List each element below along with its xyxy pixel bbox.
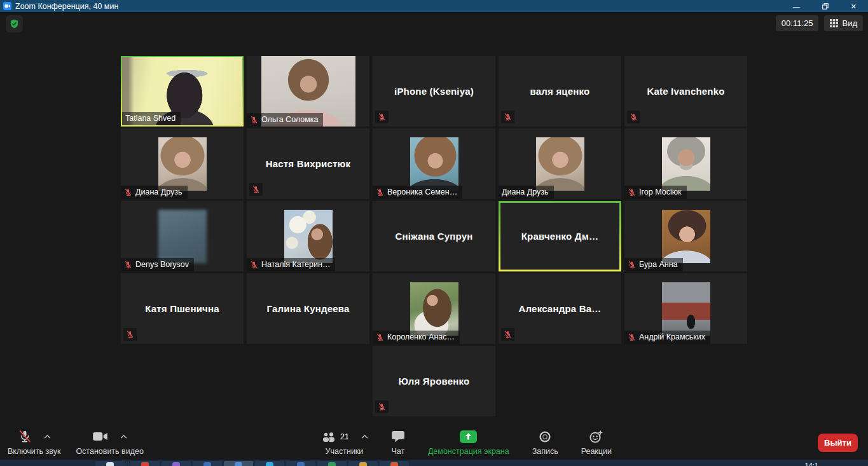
grid-view-icon [830,19,838,27]
zoom-logo-icon [3,2,11,10]
participant-name: Галина Кундеева [247,273,369,344]
participant-avatar-photo [662,137,710,191]
participants-caret[interactable] [361,434,368,439]
taskbar-separator [127,462,128,466]
participant-avatar-photo [410,282,458,336]
participant-name-label: Короленко Анас… [373,331,460,344]
participant-tile[interactable]: Настя Вихристюк [247,128,369,199]
participant-name-label: Бура Анна [624,258,683,271]
reactions-label: Реакции [581,447,612,456]
participant-tile[interactable]: Кравченко Дм… [499,201,621,271]
participant-tile[interactable]: Бура Анна [624,201,747,271]
taskbar-app-icon [390,462,398,466]
muted-mic-icon [376,333,384,341]
unmute-button[interactable]: Включить звук [5,425,63,460]
taskbar-app-icon [141,462,149,466]
participant-name: Сніжана Супрун [373,201,495,271]
taskbar-app[interactable] [380,461,409,466]
chat-button[interactable]: Чат [389,425,408,460]
taskbar-app[interactable] [348,461,378,466]
participant-tile[interactable]: Вероника Семен… [373,128,495,199]
participant-tile[interactable]: Короленко Анас… [373,273,495,344]
participant-tile[interactable]: Наталія Катерин… [247,201,369,271]
participant-name: Бура Анна [639,260,678,269]
taskbar-app-icon [266,462,273,466]
participant-name: Kate Ivanchenko [624,56,747,127]
participant-avatar-photo [410,137,458,191]
muted-mic-icon [375,401,389,413]
minimize-button[interactable]: — [782,0,811,12]
participant-name: Андрій Крамських [639,332,705,341]
participant-name: Настя Вихристюк [247,128,369,199]
chat-label: Чат [392,447,405,456]
participant-name: Короленко Анас… [387,332,455,341]
video-options-caret[interactable] [120,434,127,439]
taskbar-app-icon [359,462,367,466]
participants-button[interactable]: 21 Участники [318,425,371,460]
participant-name: Вероника Семен… [387,188,457,196]
muted-mic-icon [501,328,514,341]
record-button[interactable]: Запись [530,425,561,460]
participant-tile[interactable]: Катя Пшенична [121,273,244,344]
participant-name: Катя Пшенична [121,273,244,344]
taskbar-app[interactable] [162,461,191,466]
participant-tile[interactable]: Ігор Мосіюк [624,128,747,199]
participant-tile[interactable]: Юля Яровенко [373,346,495,416]
taskbar-app[interactable] [193,461,222,466]
windows-taskbar[interactable]: 14:1 [0,460,868,466]
taskbar-app[interactable] [95,461,125,466]
muted-mic-icon [124,261,132,269]
muted-mic-icon [375,111,389,123]
reactions-button[interactable]: Реакции [579,425,614,460]
share-screen-button[interactable]: Демонстрация экрана [425,425,512,460]
taskbar-app[interactable] [224,461,253,466]
view-button-label: Вид [842,18,857,28]
participant-tile[interactable]: Denys Borysov [121,201,244,271]
restore-button[interactable] [811,0,839,12]
participant-tile[interactable]: Диана Друзь [499,128,621,199]
leave-button[interactable]: Выйти [818,434,858,452]
participants-icon [320,431,337,442]
taskbar-app[interactable] [317,461,347,466]
stop-video-button[interactable]: Остановить видео [73,425,146,460]
participant-tile[interactable]: Александра Ва… [499,273,621,344]
meeting-toolbar: Включить звук Остановить видео 21 Участн… [0,425,868,460]
participant-grid: Tatiana ShvedОльга СоломкаiPhone (Kseniy… [121,56,747,416]
muted-mic-icon [627,111,640,123]
share-screen-icon [460,430,477,443]
muted-mic-icon [250,116,258,124]
participant-tile[interactable]: валя яценко [499,56,621,127]
participant-name: Ігор Мосіюк [639,188,682,196]
participant-avatar-photo [284,210,333,263]
taskbar-app[interactable] [286,461,315,466]
meeting-stage: Tatiana ShvedОльга СоломкаiPhone (Kseniy… [0,36,868,425]
participant-tile[interactable]: Kate Ivanchenko [624,56,747,127]
muted-mic-icon [250,261,258,269]
participant-name: Наталія Катерин… [261,260,330,269]
muted-mic-icon [501,111,514,123]
participant-tile[interactable]: iPhone (Kseniya) [373,56,495,127]
participant-tile[interactable]: Tatiana Shved [121,56,244,127]
taskbar-app[interactable] [255,461,284,466]
participant-tile[interactable]: Сніжана Супрун [373,201,495,271]
close-button[interactable]: × [839,0,868,12]
security-shield-button[interactable] [6,15,23,32]
reactions-smiley-icon [589,430,603,443]
participant-tile[interactable]: Диана Друзь [121,128,244,199]
participant-name-label: Вероника Семен… [373,186,462,199]
participant-name: Denys Borysov [135,260,189,269]
view-button[interactable]: Вид [824,15,863,31]
participant-tile[interactable]: Андрій Крамських [624,273,747,344]
chat-icon [391,430,405,442]
taskbar-app[interactable] [130,461,160,466]
window-titlebar: Zoom Конференция, 40 мин — × [0,0,868,12]
participant-name: Кравченко Дм… [500,203,619,270]
audio-options-caret[interactable] [44,434,51,439]
participant-name-label: Наталія Катерин… [247,258,335,271]
participant-tile[interactable]: Ольга Соломка [247,56,369,127]
taskbar-app-icon [106,462,114,466]
participant-tile[interactable]: Галина Кундеева [247,273,369,344]
taskbar-app-icon [235,462,242,466]
zoom-meeting-window: Zoom Конференция, 40 мин — × 00:11:25 Ви… [0,0,868,466]
meeting-info-bar: 00:11:25 Вид [0,12,868,36]
